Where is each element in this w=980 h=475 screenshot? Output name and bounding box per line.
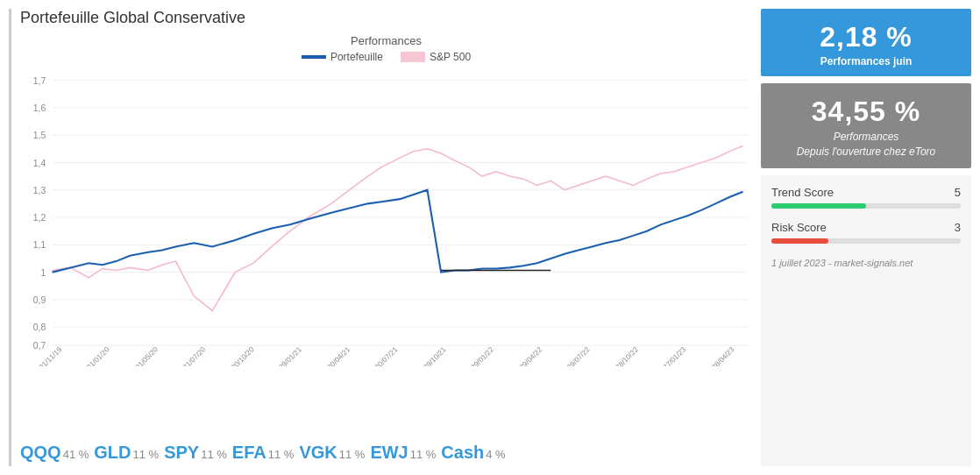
- performance-june-box: 2,18 % Performances juin: [761, 9, 971, 76]
- risk-score-track: [771, 238, 961, 244]
- svg-text:30/07/21: 30/07/21: [373, 344, 399, 366]
- svg-text:1,4: 1,4: [33, 159, 46, 168]
- legend-label-portefeuille: Portefeuille: [330, 51, 383, 63]
- svg-text:0,9: 0,9: [33, 295, 46, 305]
- legend-portefeuille: Portefeuille: [302, 51, 383, 63]
- svg-text:1,6: 1,6: [33, 103, 46, 113]
- svg-text:27/01/23: 27/01/23: [661, 344, 687, 366]
- date-label: 1 juillet 2023 - market-signals.net: [771, 258, 961, 268]
- chart-svg: 1,7 1,6 1,5 1,4 1,3 1,2 1,1 1 0,9 0,8 0,…: [20, 68, 752, 366]
- legend-swatch-blue: [302, 55, 326, 59]
- svg-text:1,2: 1,2: [33, 213, 46, 223]
- svg-text:0,8: 0,8: [33, 323, 46, 332]
- svg-text:31/01/20: 31/01/20: [85, 344, 111, 366]
- trend-score-label: Trend Score: [771, 186, 834, 199]
- svg-text:29/10/21: 29/10/21: [422, 344, 448, 366]
- holding-qqq: QQQ 41 %: [20, 443, 89, 463]
- holding-name-gld: GLD: [94, 443, 131, 463]
- holding-name-qqq: QQQ: [20, 443, 61, 463]
- right-panel: 2,18 % Performances juin 34,55 % Perform…: [761, 9, 971, 466]
- chart-wrapper: 1,7 1,6 1,5 1,4 1,3 1,2 1,1 1 0,9 0,8 0,…: [20, 68, 752, 366]
- holding-pct-qqq: 41 %: [63, 448, 89, 461]
- holdings-bar: QQQ 41 % GLD 11 % SPY 11 % EFA 11 % VGK …: [20, 436, 752, 466]
- svg-text:1: 1: [40, 268, 46, 278]
- performance-june-value: 2,18 %: [770, 21, 962, 53]
- risk-score-value: 3: [955, 221, 961, 234]
- svg-text:29/01/21: 29/01/21: [277, 344, 303, 366]
- svg-text:30/04/21: 30/04/21: [325, 344, 352, 366]
- holding-pct-vgk: 11 %: [339, 448, 366, 461]
- holding-name-spy: SPY: [164, 443, 199, 463]
- svg-text:01/05/20: 01/05/20: [133, 344, 160, 366]
- risk-score-label: Risk Score: [771, 221, 827, 234]
- svg-text:29/01/22: 29/01/22: [469, 344, 495, 366]
- holding-pct-efa: 11 %: [268, 448, 295, 461]
- legend-sp500: S&P 500: [401, 51, 471, 63]
- svg-text:28/10/22: 28/10/22: [614, 344, 640, 366]
- performance-etoro-box: 34,55 % Performances Depuis l'ouverture …: [761, 83, 971, 168]
- svg-text:29/04/22: 29/04/22: [517, 344, 543, 366]
- holding-name-vgk: VGK: [299, 443, 337, 463]
- svg-text:30/10/20: 30/10/20: [230, 344, 256, 366]
- holding-ewj: EWJ 11 %: [370, 443, 436, 463]
- holding-pct-spy: 11 %: [201, 448, 227, 461]
- svg-text:28/04/23: 28/04/23: [710, 344, 736, 366]
- holding-pct-ewj: 11 %: [410, 448, 437, 461]
- chart-legend: Portefeuille S&P 500: [20, 51, 752, 63]
- performance-etoro-value: 34,55 %: [770, 96, 962, 128]
- svg-text:29/07/22: 29/07/22: [565, 344, 592, 366]
- chart-title: Performances: [20, 34, 752, 47]
- holding-pct-cash: 4 %: [486, 448, 505, 461]
- svg-text:1,7: 1,7: [33, 76, 46, 86]
- holding-name-efa: EFA: [232, 443, 266, 463]
- performance-etoro-label: Performances Depuis l'ouverture chez eTo…: [770, 130, 962, 160]
- svg-text:1,1: 1,1: [33, 240, 46, 250]
- svg-text:31/07/20: 31/07/20: [181, 344, 207, 366]
- holding-name-ewj: EWJ: [370, 443, 408, 463]
- holding-efa: EFA 11 %: [232, 443, 295, 463]
- trend-score-value: 5: [955, 186, 961, 199]
- risk-score-row: Risk Score 3: [771, 221, 961, 244]
- risk-score-bar: [771, 238, 828, 244]
- holding-gld: GLD 11 %: [94, 443, 159, 463]
- trend-score-track: [771, 203, 961, 209]
- portfolio-title: Portefeuille Global Conservative: [20, 9, 752, 27]
- holding-name-cash: Cash: [441, 443, 484, 463]
- legend-label-sp500: S&P 500: [430, 51, 471, 63]
- risk-score-header: Risk Score 3: [771, 221, 961, 234]
- holding-vgk: VGK 11 %: [299, 443, 365, 463]
- trend-score-header: Trend Score 5: [771, 186, 961, 199]
- holding-spy: SPY 11 %: [164, 443, 227, 463]
- scores-panel: Trend Score 5 Risk Score 3 1 juillet 202…: [761, 175, 971, 466]
- svg-text:1,3: 1,3: [33, 186, 46, 195]
- holding-cash: Cash 4 %: [441, 443, 505, 463]
- legend-swatch-pink: [401, 52, 425, 62]
- trend-score-row: Trend Score 5: [771, 186, 961, 209]
- trend-score-bar: [771, 203, 866, 209]
- performance-june-label: Performances juin: [770, 55, 962, 67]
- svg-text:1,5: 1,5: [33, 131, 46, 140]
- holding-pct-gld: 11 %: [133, 448, 160, 461]
- svg-text:0,7: 0,7: [33, 341, 46, 351]
